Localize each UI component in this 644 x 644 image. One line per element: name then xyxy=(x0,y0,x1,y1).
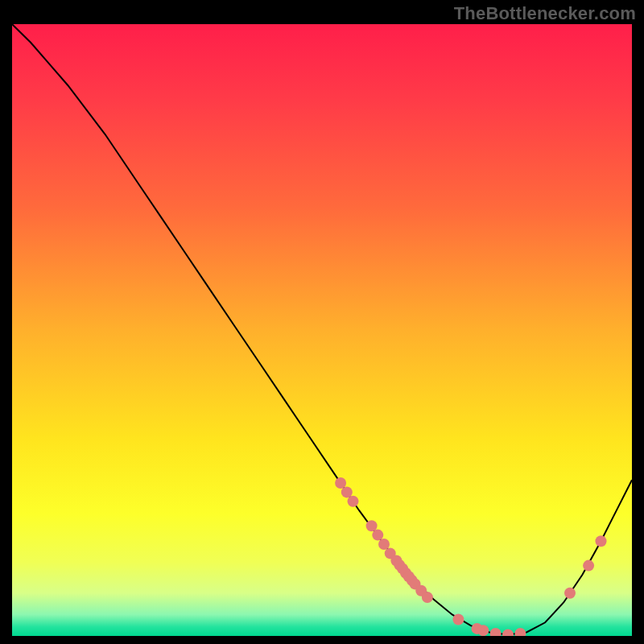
chart-container: TheBottlenecker.com xyxy=(0,0,644,644)
data-marker xyxy=(583,560,594,572)
chart-svg xyxy=(12,24,632,636)
data-marker xyxy=(596,535,607,547)
data-marker xyxy=(564,588,576,599)
data-marker xyxy=(366,520,378,531)
data-marker xyxy=(378,539,390,550)
data-marker xyxy=(422,592,433,603)
data-marker xyxy=(452,613,464,625)
gradient-background xyxy=(12,24,632,636)
plot-frame xyxy=(12,24,632,636)
data-marker xyxy=(341,486,353,497)
data-marker xyxy=(372,530,383,541)
data-marker xyxy=(348,496,359,507)
data-marker xyxy=(477,625,489,636)
watermark-text: TheBottlenecker.com xyxy=(454,3,636,24)
data-marker xyxy=(335,477,346,489)
